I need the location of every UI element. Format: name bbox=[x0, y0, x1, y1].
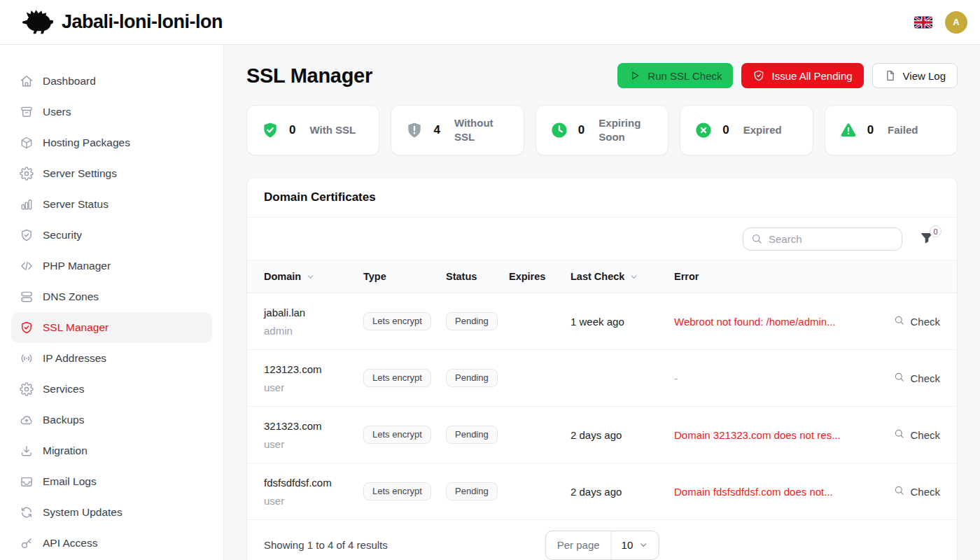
shield-check-icon bbox=[20, 228, 34, 242]
domain-owner: admin bbox=[264, 325, 363, 337]
bar-chart-icon bbox=[20, 197, 34, 211]
per-page-select[interactable]: Per page 10 bbox=[545, 531, 659, 560]
stat-card-expiring-soon: 0 Expiring Soon bbox=[536, 105, 668, 155]
header-right: A bbox=[914, 11, 967, 34]
search-icon bbox=[750, 232, 763, 245]
domain-owner: user bbox=[264, 382, 363, 393]
domain-name: fdsfsdfdsf.com bbox=[264, 477, 363, 489]
brand-name: Jabali-loni-loni-lon bbox=[62, 11, 223, 33]
view-log-button[interactable]: View Log bbox=[872, 63, 958, 88]
key-icon bbox=[20, 536, 34, 550]
type-badge: Lets encrypt bbox=[363, 482, 431, 500]
users-archive-icon bbox=[20, 105, 34, 119]
sidebar-item-migration[interactable]: Migration bbox=[11, 435, 212, 466]
sidebar: Dashboard Users Hosting Packages Server … bbox=[0, 45, 224, 560]
sidebar-item-ssl-manager[interactable]: SSL Manager bbox=[11, 312, 212, 343]
stat-card-without-ssl: 4 Without SSL bbox=[391, 105, 524, 155]
sidebar-item-server-settings[interactable]: Server Settings bbox=[11, 158, 212, 189]
user-avatar[interactable]: A bbox=[945, 11, 967, 34]
sidebar-item-ip-addresses[interactable]: IP Addresses bbox=[11, 343, 212, 374]
language-flag-icon[interactable] bbox=[914, 16, 932, 29]
sidebar-item-services[interactable]: Services bbox=[11, 374, 212, 405]
table-row: fdsfsdfdsf.com user Lets encrypt Pending… bbox=[247, 463, 957, 519]
document-icon bbox=[884, 69, 897, 82]
status-badge: Pending bbox=[446, 312, 498, 330]
magnifier-icon bbox=[893, 371, 905, 385]
column-header-expires: Expires bbox=[509, 271, 570, 282]
stat-card-with-ssl: 0 With SSL bbox=[246, 105, 379, 155]
stat-card-failed: 0 Failed bbox=[825, 105, 958, 155]
app-header: Jabali-loni-loni-lon A bbox=[0, 0, 980, 45]
sidebar-item-api-access[interactable]: API Access bbox=[11, 528, 212, 559]
status-badge: Pending bbox=[446, 426, 498, 444]
type-badge: Lets encrypt bbox=[363, 426, 431, 444]
error-cell: Webroot not found: /home/admin... bbox=[674, 316, 873, 328]
funnel-icon bbox=[920, 237, 934, 247]
magnifier-icon bbox=[893, 314, 905, 328]
stat-value: 4 bbox=[433, 123, 440, 137]
gear-icon bbox=[20, 167, 34, 181]
error-cell: Domain 321323.com does not res... bbox=[674, 429, 873, 441]
shield-check-icon bbox=[20, 321, 34, 335]
column-header-domain[interactable]: Domain bbox=[264, 271, 363, 282]
check-button[interactable]: Check bbox=[893, 428, 940, 442]
sidebar-item-server-status[interactable]: Server Status bbox=[11, 189, 212, 220]
stat-label: With SSL bbox=[309, 123, 356, 137]
column-header-type: Type bbox=[363, 271, 446, 282]
check-button[interactable]: Check bbox=[893, 314, 940, 328]
sidebar-item-security[interactable]: Security bbox=[11, 220, 212, 251]
filter-button[interactable]: 0 bbox=[919, 231, 934, 246]
shield-check-badge-icon bbox=[261, 121, 279, 139]
sidebar-item-dns-zones[interactable]: DNS Zones bbox=[11, 281, 212, 312]
sidebar-item-php-manager[interactable]: PHP Manager bbox=[11, 251, 212, 281]
stat-label: Expiring Soon bbox=[598, 116, 652, 144]
download-icon bbox=[20, 444, 34, 458]
check-button[interactable]: Check bbox=[893, 484, 940, 498]
sidebar-item-email-logs[interactable]: Email Logs bbox=[11, 466, 212, 497]
table-row: 321323.com user Lets encrypt Pending 2 d… bbox=[247, 406, 957, 463]
stat-label: Failed bbox=[888, 123, 918, 137]
status-badge: Pending bbox=[446, 482, 498, 500]
domain-name: jabali.lan bbox=[264, 307, 363, 318]
sidebar-item-system-updates[interactable]: System Updates bbox=[11, 497, 212, 528]
stats-row: 0 With SSL 4 Without SSL 0 Expiring Soon… bbox=[246, 105, 958, 155]
column-header-error: Error bbox=[674, 271, 873, 282]
chevron-down-icon bbox=[305, 272, 316, 282]
boar-logo-icon bbox=[20, 8, 56, 36]
stat-label: Expired bbox=[743, 123, 782, 137]
panel-title: Domain Certificates bbox=[264, 190, 940, 204]
table-footer: Showing 1 to 4 of 4 results Per page 10 bbox=[247, 519, 957, 560]
last-check-cell: 1 week ago bbox=[570, 316, 674, 328]
inbox-icon bbox=[20, 475, 34, 489]
column-header-status: Status bbox=[446, 271, 509, 282]
brand: Jabali-loni-loni-lon bbox=[20, 8, 223, 36]
x-circle-badge-icon bbox=[694, 121, 713, 139]
refresh-icon bbox=[20, 505, 34, 519]
check-button[interactable]: Check bbox=[893, 371, 940, 385]
run-ssl-check-button[interactable]: Run SSL Check bbox=[617, 63, 733, 88]
last-check-cell: 2 days ago bbox=[570, 486, 674, 498]
table-body: jabali.lan admin Lets encrypt Pending 1 … bbox=[247, 293, 957, 519]
issue-all-pending-button[interactable]: Issue All Pending bbox=[741, 63, 863, 88]
gear-icon bbox=[20, 382, 34, 396]
domain-name: 123123.com bbox=[264, 363, 363, 375]
main-content: SSL Manager Run SSL Check Issue All Pend… bbox=[224, 45, 980, 560]
last-check-cell: 2 days ago bbox=[570, 429, 674, 441]
per-page-label: Per page bbox=[546, 531, 612, 559]
shield-exclamation-badge-icon bbox=[405, 121, 424, 139]
sidebar-item-users[interactable]: Users bbox=[11, 97, 212, 127]
search-input[interactable] bbox=[743, 227, 902, 251]
magnifier-icon bbox=[893, 484, 905, 498]
per-page-value: 10 bbox=[622, 539, 634, 551]
domain-owner: user bbox=[264, 438, 363, 450]
error-cell: - bbox=[674, 372, 873, 384]
domain-name: 321323.com bbox=[264, 420, 363, 432]
chevron-down-icon bbox=[638, 540, 648, 550]
domain-certificates-panel: Domain Certificates 0 DomainTypeStatusEx… bbox=[246, 177, 958, 560]
sidebar-item-hosting-packages[interactable]: Hosting Packages bbox=[11, 127, 212, 158]
clock-badge-icon bbox=[550, 121, 568, 139]
sidebar-item-backups[interactable]: Backups bbox=[11, 405, 212, 435]
table-header-row: DomainTypeStatusExpiresLast CheckError bbox=[247, 260, 957, 293]
column-header-last-check[interactable]: Last Check bbox=[570, 271, 674, 282]
sidebar-item-dashboard[interactable]: Dashboard bbox=[11, 66, 212, 97]
